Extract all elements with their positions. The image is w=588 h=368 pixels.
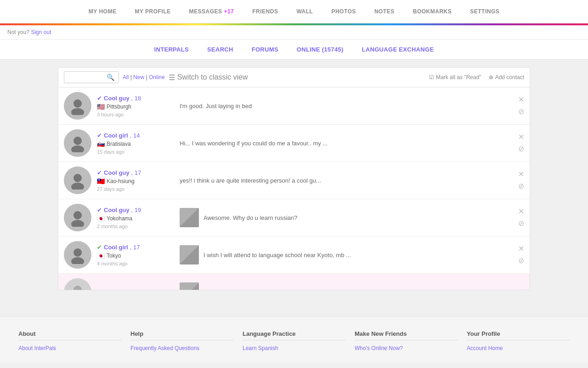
subnav-forums[interactable]: FORUMS xyxy=(252,46,278,53)
location-text: Yokohama xyxy=(107,215,132,222)
avatar-icon xyxy=(68,171,87,190)
close-button[interactable]: ✕ xyxy=(518,208,524,215)
sign-out-link[interactable]: Sign out xyxy=(31,29,51,35)
user-name-row: ✔ Cool girl , 17 xyxy=(97,244,170,251)
user-name-link[interactable]: Cool guy xyxy=(104,169,130,176)
avatar-icon xyxy=(68,208,87,227)
message-text: I wish I will attend to language school … xyxy=(204,252,351,259)
svg-point-1 xyxy=(71,108,84,115)
message-actions: ✕ ⊘ xyxy=(518,245,524,265)
footer-learn-spanish-link[interactable]: Learn Spanish xyxy=(243,345,345,351)
nav-my-profile[interactable]: MY PROFILE xyxy=(125,0,180,23)
footer-col-friends-heading: Make New Friends xyxy=(355,330,458,340)
footer-about-interpals-link[interactable]: About InterPals xyxy=(18,345,121,351)
filter-all[interactable]: All xyxy=(123,74,129,80)
user-name-link[interactable]: Cool girl xyxy=(104,244,128,251)
subnav-language-exchange[interactable]: LANGUAGE EXCHANGE xyxy=(362,46,434,53)
close-button[interactable]: ✕ xyxy=(518,288,524,290)
user-name-row: ✔ Inactive User xyxy=(97,289,170,290)
messages-scroll[interactable]: ✔ Cool guy , 18 🇺🇸 Pittsburgh 3 hours ag… xyxy=(58,87,530,290)
block-button[interactable]: ⊘ xyxy=(518,256,524,265)
avatar-icon xyxy=(68,97,87,115)
verified-icon: ✔ xyxy=(97,95,102,102)
nav-settings[interactable]: SETTINGS xyxy=(461,0,509,23)
plus-icon: ⊕ xyxy=(489,74,493,80)
user-name-row: ✔ Cool guy , 18 xyxy=(97,95,170,102)
add-contact-label: Add contact xyxy=(495,74,524,80)
message-preview: Hi... I was wondering if you could do me… xyxy=(180,140,514,147)
block-button[interactable]: ⊘ xyxy=(518,219,524,228)
nav-photos[interactable]: PHOTOS xyxy=(322,0,365,23)
user-name-link[interactable]: Cool guy xyxy=(104,207,130,213)
close-button[interactable]: ✕ xyxy=(518,96,524,104)
toolbar-left: 🔍 All | New | Online ☰ Switch to classic… xyxy=(64,71,248,83)
svg-point-2 xyxy=(74,137,82,145)
message-preview: Awesome. Why do u learn russian? xyxy=(180,208,514,227)
list-icon: ☰ xyxy=(169,73,175,82)
nav-wall[interactable]: WALL xyxy=(287,0,322,23)
user-name-row: ✔ Cool girl , 14 xyxy=(97,132,170,139)
block-button[interactable]: ⊘ xyxy=(518,182,524,190)
svg-point-9 xyxy=(71,257,84,264)
subnav-search[interactable]: SEARCH xyxy=(207,46,233,53)
avatar xyxy=(64,92,91,120)
svg-point-3 xyxy=(71,145,84,152)
nav-my-home[interactable]: MY HOME xyxy=(79,0,126,23)
subnav-online[interactable]: ONLINE (15745) xyxy=(297,46,344,53)
user-location: 🇸🇰 Bratislava xyxy=(97,140,170,148)
search-input[interactable] xyxy=(68,74,105,80)
subnav-interpals[interactable]: INTERPALS xyxy=(154,46,189,53)
messages-badge: +17 xyxy=(224,8,234,15)
avatar xyxy=(64,278,91,290)
avatar xyxy=(64,241,91,269)
filter-online[interactable]: Online xyxy=(149,74,165,80)
mark-all-read-button[interactable]: ☑ Mark all as "Read" xyxy=(429,74,481,80)
flag-icon: 🇹🇼 xyxy=(97,178,105,185)
footer-whos-online-link[interactable]: Who's Online Now? xyxy=(355,345,458,351)
message-text: Hi... I was wondering if you could do me… xyxy=(180,140,328,147)
close-button[interactable]: ✕ xyxy=(518,133,524,141)
add-contact-button[interactable]: ⊕ Add contact xyxy=(489,74,524,80)
block-button[interactable]: ⊘ xyxy=(518,107,524,116)
filter-links: All | New | Online xyxy=(123,74,165,80)
user-name-row: ✔ Cool guy , 19 xyxy=(97,207,170,213)
footer-col-friends: Make New Friends Who's Online Now? xyxy=(355,330,458,353)
verified-icon: ✔ xyxy=(97,169,102,176)
message-text: I do have it, but no cam & micro. xyxy=(204,289,289,290)
main-content: 🔍 All | New | Online ☰ Switch to classic… xyxy=(51,60,537,298)
flag-icon: 🇯🇵 xyxy=(97,252,105,259)
not-you-text: Not you? xyxy=(7,29,29,35)
user-name-link[interactable]: Cool guy xyxy=(104,95,130,102)
message-actions: ✕ ⊘ xyxy=(518,208,524,228)
message-preview: yes!! i think u are quite interesting pe… xyxy=(180,177,514,184)
nav-bookmarks[interactable]: BOOKMARKS xyxy=(404,0,461,23)
message-item: ✔ Cool guy , 18 🇺🇸 Pittsburgh 3 hours ag… xyxy=(58,87,530,125)
message-preview: I'm good. Just laying in bed xyxy=(180,103,514,109)
footer-account-home-link[interactable]: Account Home xyxy=(467,345,570,351)
message-preview: I wish I will attend to language school … xyxy=(180,245,514,264)
message-item: ✔ Inactive User I do have it, but no cam… xyxy=(58,274,530,290)
footer-faq-link[interactable]: Frequently Asked Questions xyxy=(130,345,233,351)
user-name-label: Inactive User xyxy=(104,289,141,290)
avatar-icon xyxy=(68,134,87,152)
user-age: , 17 xyxy=(130,244,140,251)
sub-navigation: INTERPALS SEARCH FORUMS ONLINE (15745) L… xyxy=(0,40,588,60)
svg-point-6 xyxy=(74,211,82,219)
close-button[interactable]: ✕ xyxy=(518,245,524,253)
nav-friends[interactable]: FRIENDS xyxy=(243,0,287,23)
close-button[interactable]: ✕ xyxy=(518,171,524,178)
message-item: ✔ Cool girl , 14 🇸🇰 Bratislava 15 days a… xyxy=(58,125,530,162)
block-button[interactable]: ⊘ xyxy=(518,144,524,153)
nav-notes[interactable]: NOTES xyxy=(365,0,404,23)
footer-col-language: Language Practice Learn Spanish xyxy=(243,330,345,353)
nav-messages[interactable]: MESSAGES +17 xyxy=(180,0,243,23)
message-thumbnail xyxy=(180,208,199,227)
time-ago: 15 days ago xyxy=(97,149,170,155)
avatar xyxy=(64,129,91,157)
avatar-icon xyxy=(68,246,87,264)
footer-grid: About About InterPals Help Frequently As… xyxy=(18,330,570,353)
user-name-link[interactable]: Cool girl xyxy=(104,132,128,139)
time-ago: 27 days ago xyxy=(97,186,170,192)
switch-view-button[interactable]: ☰ Switch to classic view xyxy=(169,73,248,82)
filter-new[interactable]: New xyxy=(133,74,144,80)
